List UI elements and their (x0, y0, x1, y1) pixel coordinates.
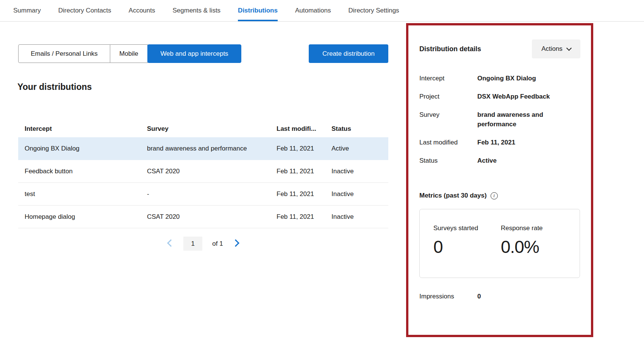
cell-survey: - (147, 190, 277, 198)
impressions-label: Impressions (419, 293, 477, 300)
cell-survey: CSAT 2020 (147, 213, 277, 221)
cell-intercept: Feedback button (18, 168, 147, 175)
chevron-left-icon (167, 239, 175, 247)
field-value: brand awareness and performance (477, 110, 581, 129)
field-label: Last modified (419, 138, 477, 147)
cell-last-modified: Feb 11, 2021 (277, 168, 331, 175)
tab-summary[interactable]: Summary (13, 0, 41, 21)
metrics-title-label: Metrics (past 30 days) (419, 192, 487, 199)
field-label: Survey (419, 110, 477, 129)
cell-last-modified: Feb 11, 2021 (277, 190, 331, 198)
info-icon[interactable]: i (491, 192, 498, 199)
metric-value: 0 (433, 237, 501, 257)
field-value: Ongoing BX Dialog (477, 74, 581, 83)
metric-value: 0.0% (501, 237, 568, 257)
distributions-page: Summary Directory Contacts Accounts Segm… (0, 0, 644, 339)
next-page-button[interactable] (233, 240, 238, 248)
tab-segments-lists[interactable]: Segments & lists (173, 0, 221, 21)
cell-last-modified: Feb 11, 2021 (277, 213, 331, 221)
cell-status: Inactive (331, 213, 388, 221)
field-label: Status (419, 156, 477, 165)
field-value: DSX WebApp Feedback (477, 92, 581, 101)
cell-last-modified: Feb 11, 2021 (277, 145, 331, 152)
metrics-card: Surveys started 0 Response rate 0.0% (419, 209, 580, 278)
table-header-row: Intercept Survey Last modifi... Status (18, 121, 388, 137)
segment-web-and-app-intercepts[interactable]: Web and app intercepts (147, 44, 241, 63)
header-last-modified: Last modifi... (277, 125, 331, 133)
header-survey: Survey (147, 125, 277, 133)
page-count-label: of 1 (212, 240, 223, 248)
segment-emails-personal-links[interactable]: Emails / Personal Links (18, 44, 110, 63)
field-status: Status Active (419, 156, 581, 165)
details-panel-title: Distribution details (419, 45, 481, 53)
cell-status: Inactive (331, 190, 388, 198)
tab-directory-contacts[interactable]: Directory Contacts (58, 0, 111, 21)
header-status: Status (331, 125, 388, 133)
pagination: 1 of 1 (18, 237, 388, 251)
cell-survey: brand awareness and performance (147, 145, 277, 152)
cell-intercept: Homepage dialog (18, 213, 147, 221)
tab-accounts[interactable]: Accounts (129, 0, 155, 21)
impressions-value: 0 (477, 293, 481, 300)
field-label: Intercept (419, 74, 477, 83)
field-project: Project DSX WebApp Feedback (419, 92, 581, 101)
segment-mobile[interactable]: Mobile (110, 44, 148, 63)
distribution-type-segmented-control: Emails / Personal Links Mobile Web and a… (18, 44, 241, 63)
annotation-rectangle (406, 23, 593, 337)
chevron-right-icon (232, 239, 239, 247)
cell-intercept: test (18, 190, 147, 198)
table-row[interactable]: Ongoing BX Dialog brand awareness and pe… (18, 137, 388, 160)
top-tab-bar: Summary Directory Contacts Accounts Segm… (0, 0, 644, 22)
metric-label: Response rate (501, 224, 568, 232)
header-intercept: Intercept (18, 125, 147, 133)
page-number-input[interactable]: 1 (183, 237, 202, 251)
table-row[interactable]: test - Feb 11, 2021 Inactive (18, 183, 388, 206)
tab-distributions[interactable]: Distributions (238, 0, 278, 21)
distributions-table: Intercept Survey Last modifi... Status O… (18, 121, 388, 228)
page-title: Your distributions (17, 82, 92, 92)
chevron-down-icon (566, 46, 572, 51)
field-value: Active (477, 156, 581, 165)
cell-intercept: Ongoing BX Dialog (18, 145, 147, 152)
field-last-modified: Last modified Feb 11, 2021 (419, 138, 581, 147)
table-row[interactable]: Homepage dialog CSAT 2020 Feb 11, 2021 I… (18, 206, 388, 228)
actions-button[interactable]: Actions (532, 39, 580, 58)
metric-label: Surveys started (433, 224, 501, 232)
table-row[interactable]: Feedback button CSAT 2020 Feb 11, 2021 I… (18, 160, 388, 183)
create-distribution-button[interactable]: Create distribution (309, 44, 388, 63)
field-label: Project (419, 92, 477, 101)
metrics-section-title: Metrics (past 30 days) i (419, 192, 498, 199)
tab-directory-settings[interactable]: Directory Settings (348, 0, 399, 21)
impressions-row: Impressions 0 (419, 293, 481, 300)
tab-automations[interactable]: Automations (295, 0, 331, 21)
previous-page-button[interactable] (168, 240, 174, 248)
field-value: Feb 11, 2021 (477, 138, 581, 147)
details-fields: Intercept Ongoing BX Dialog Project DSX … (419, 74, 581, 174)
actions-button-label: Actions (541, 45, 563, 53)
cell-status: Inactive (331, 168, 388, 175)
cell-status: Active (331, 145, 388, 152)
metric-surveys-started: Surveys started 0 (433, 224, 501, 278)
metric-response-rate: Response rate 0.0% (501, 224, 568, 278)
field-survey: Survey brand awareness and performance (419, 110, 581, 129)
cell-survey: CSAT 2020 (147, 168, 277, 175)
field-intercept: Intercept Ongoing BX Dialog (419, 74, 581, 83)
